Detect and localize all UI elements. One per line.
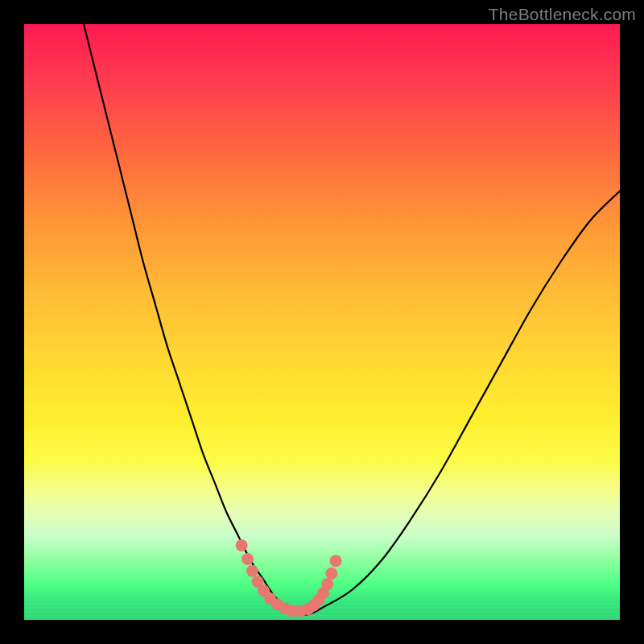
marker-dot bbox=[246, 565, 258, 577]
marker-dot bbox=[321, 578, 333, 590]
marker-dot bbox=[236, 539, 248, 551]
curve-svg bbox=[24, 24, 620, 620]
chart-frame: TheBottleneck.com bbox=[0, 0, 644, 644]
watermark-text: TheBottleneck.com bbox=[489, 5, 636, 24]
plot-area bbox=[24, 24, 620, 620]
bottleneck-curve bbox=[84, 24, 620, 615]
marker-dot bbox=[330, 555, 342, 567]
marker-dot bbox=[242, 553, 254, 565]
marker-dot bbox=[325, 568, 337, 580]
